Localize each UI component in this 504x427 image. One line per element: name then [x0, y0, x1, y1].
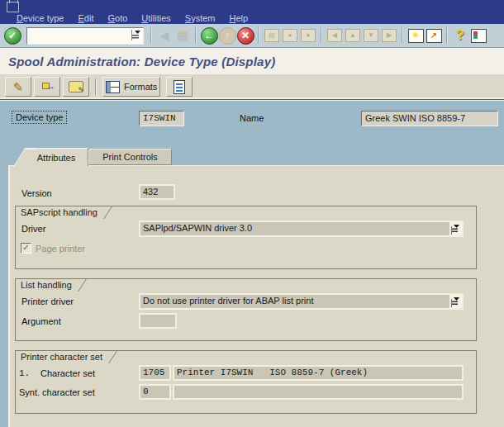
header-band: Device type I7SWIN Name Greek SWIN ISO 8…: [0, 100, 504, 140]
charset-row2-label: Synt. character set: [19, 387, 95, 397]
charset-row1-number: 1.: [19, 368, 30, 378]
toolbar-separator: [258, 27, 259, 44]
last-page-icon: ▶: [382, 29, 397, 42]
menu-system[interactable]: System: [185, 13, 216, 24]
create-shortcut-icon: ↗: [426, 29, 442, 43]
menu-help[interactable]: Help: [229, 13, 248, 24]
device-type-field[interactable]: I7SWIN: [139, 111, 184, 126]
toolbar-separator: [150, 27, 152, 44]
print-icon: ▤: [264, 29, 279, 42]
content-area: Attributes Print Controls Version 432 SA…: [0, 140, 504, 427]
application-toolbar: ✎ Formats: [0, 74, 504, 100]
toolbar-separator: [402, 27, 403, 44]
back-circle-icon: ←: [201, 27, 218, 45]
first-page-button[interactable]: ◀: [326, 26, 344, 45]
cancel-icon: ✕: [237, 27, 254, 45]
notes-icon: [69, 81, 83, 93]
device-type-label: Device type: [12, 111, 67, 124]
save-icon: ▦: [177, 28, 188, 43]
title-row: Spool Administration: Device Type (Displ…: [0, 48, 504, 74]
group-list-title: List handling: [16, 279, 75, 292]
printer-driver-label: Printer driver: [21, 297, 74, 306]
group-sapscript-title: SAPscript handling: [16, 206, 101, 219]
first-page-icon: ◀: [327, 29, 342, 42]
version-field: 432: [139, 184, 175, 200]
help-button[interactable]: ?: [451, 26, 469, 45]
where-used-button[interactable]: [34, 77, 60, 97]
log-icon: [174, 80, 185, 94]
cancel-button[interactable]: ✕: [236, 26, 254, 45]
printer-driver-dropdown-icon[interactable]: [449, 295, 462, 308]
save-button[interactable]: ▦: [174, 26, 192, 45]
customize-layout-button[interactable]: [469, 26, 487, 45]
back-icon: ◀: [160, 29, 169, 42]
last-page-button[interactable]: ▶: [380, 26, 398, 45]
where-used-icon: [40, 81, 55, 93]
enter-button[interactable]: ✓: [3, 26, 21, 45]
action-log-button[interactable]: [166, 77, 193, 97]
enter-icon: ✓: [4, 27, 21, 45]
menubar: Device type Edit Goto Utilities System H…: [0, 13, 504, 24]
printer-driver-combo-value: Do not use printer driver for ABAP list …: [143, 296, 313, 306]
command-field[interactable]: [26, 27, 144, 45]
back-exit-button[interactable]: ←: [200, 26, 218, 45]
find-button[interactable]: ●: [281, 26, 299, 45]
menu-utilities[interactable]: Utilities: [141, 13, 170, 24]
find-next-icon: ●: [301, 29, 316, 42]
create-shortcut-button[interactable]: ↗: [425, 26, 443, 45]
menu-device-type[interactable]: Device type: [17, 13, 64, 24]
formats-button-label: Formats: [124, 82, 157, 92]
previous-page-button[interactable]: ▲: [344, 26, 362, 45]
page-title: Spool Administration: Device Type (Displ…: [8, 55, 275, 69]
window-icon: [7, 2, 19, 12]
next-page-button[interactable]: ▼: [362, 26, 380, 45]
toolbar-separator: [321, 27, 322, 44]
new-session-button[interactable]: ✳: [407, 26, 425, 45]
command-dropdown-icon[interactable]: [131, 30, 141, 40]
toolbar-separator: [446, 27, 448, 44]
menu-edit[interactable]: Edit: [78, 13, 93, 24]
print-button[interactable]: ▤: [263, 26, 281, 45]
tab-print-controls-label: Print Controls: [102, 152, 158, 162]
toolbar-separator: [95, 78, 97, 95]
name-field[interactable]: Greek SWIN ISO 8859-7: [361, 111, 498, 126]
notes-button[interactable]: [63, 77, 89, 97]
printer-driver-combo[interactable]: Do not use printer driver for ABAP list …: [139, 293, 464, 310]
charset-text-field: Printer I7SWIN ISO 8859-7 (Greek): [173, 365, 464, 381]
tab-print-controls[interactable]: Print Controls: [88, 149, 172, 165]
group-list-handling: List handling Printer driver Do not use …: [15, 278, 477, 341]
exit-button[interactable]: ↑: [218, 26, 236, 45]
group-sapscript-handling: SAPscript handling Driver SAPlpd/SAPWIN …: [15, 206, 477, 269]
find-icon: ●: [283, 29, 297, 42]
driver-combo-value: SAPlpd/SAPWIN driver 3.0: [143, 223, 252, 233]
synt-charset-text-field: [173, 384, 464, 400]
formats-table-icon: [106, 81, 120, 93]
version-label: Version: [21, 188, 52, 198]
new-session-icon: ✳: [408, 29, 424, 43]
driver-label: Driver: [21, 224, 45, 234]
help-icon: ?: [456, 28, 464, 43]
menu-goto[interactable]: Goto: [107, 13, 127, 24]
find-next-button[interactable]: ●: [299, 26, 317, 45]
argument-label: Argument: [21, 316, 61, 326]
name-label: Name: [240, 113, 264, 123]
customize-layout-icon: [471, 29, 487, 43]
next-page-icon: ▼: [364, 29, 378, 42]
window-titlebar: [0, 0, 504, 13]
charset-code-field: 1705: [139, 365, 171, 381]
pencil-icon: ✎: [13, 81, 24, 93]
sap-window: Device type Edit Goto Utilities System H…: [0, 0, 504, 427]
up-circle-icon: ↑: [219, 27, 236, 45]
group-charset-title: Printer character set: [16, 351, 106, 363]
page-printer-label: Page printer: [36, 244, 85, 254]
tab-attributes[interactable]: Attributes: [25, 148, 88, 166]
formats-button[interactable]: Formats: [102, 77, 160, 97]
display-change-button[interactable]: ✎: [5, 77, 31, 97]
synt-charset-code-field: 0: [139, 384, 171, 400]
back-button[interactable]: ◀: [155, 26, 174, 45]
driver-dropdown-icon[interactable]: [449, 222, 462, 235]
driver-combo[interactable]: SAPlpd/SAPWIN driver 3.0: [139, 221, 464, 237]
attributes-panel: Version 432 SAPscript handling Driver SA…: [8, 165, 504, 427]
page-printer-checkbox[interactable]: ✓: [21, 243, 31, 254]
toolbar-separator: [195, 27, 197, 44]
